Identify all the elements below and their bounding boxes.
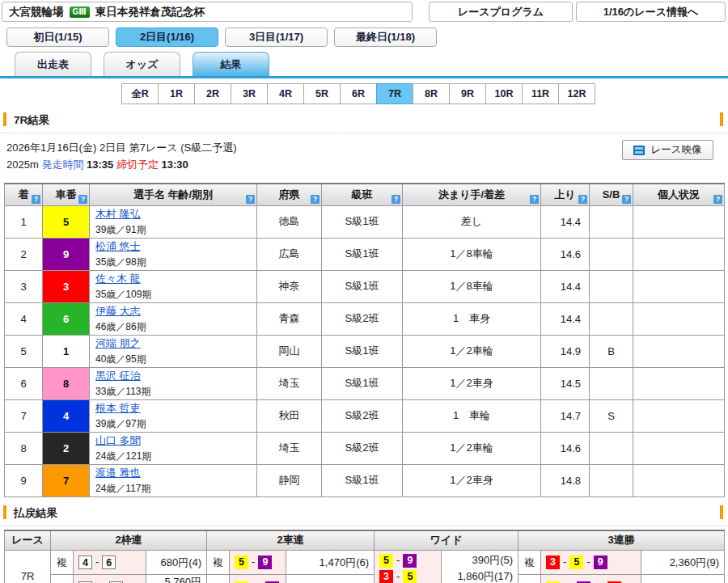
rank-cell: 3	[5, 270, 43, 302]
race-program-button[interactable]: レースプログラム	[429, 2, 573, 22]
col-car-label: 車番	[56, 188, 77, 201]
rank-cell: 1	[5, 205, 43, 238]
result-section-header: 7R結果	[0, 110, 728, 133]
wakuren-fuku-combo: 4-6	[74, 551, 146, 575]
combo-separator: -	[396, 570, 400, 582]
rider-age-period: 40歳／95期	[95, 353, 256, 366]
race-tab-4r[interactable]: 4R	[267, 83, 304, 104]
rank-cell: 9	[5, 464, 43, 496]
car-number-chip: 9	[403, 554, 417, 568]
margin-cell: 1／2車身	[403, 464, 541, 496]
margin-cell: 1 車輪	[403, 399, 541, 432]
close-time-value: 13:30	[162, 158, 188, 171]
col-sb: S/B?	[590, 184, 633, 205]
help-icon[interactable]: ?	[530, 195, 539, 204]
rider-name-link[interactable]: 伊藤 大志	[95, 305, 141, 317]
race-info-button[interactable]: 1/16のレース情報へ	[576, 2, 726, 22]
car-number-cell: 3	[43, 270, 90, 302]
help-icon[interactable]: ?	[311, 195, 320, 204]
pref-cell: 神奈	[257, 270, 322, 302]
day-tab-1[interactable]: 初日(1/15)	[6, 27, 109, 47]
rider-name-link[interactable]: 佐々木 龍	[95, 272, 141, 285]
venue-name: 大宮競輪場	[9, 5, 64, 19]
col-class-label: 級班	[352, 188, 373, 201]
race-tab-8r[interactable]: 8R	[413, 83, 450, 104]
rider-name-link[interactable]: 根本 哲吏	[95, 402, 141, 414]
day-tab-4[interactable]: 最終日(1/18)	[334, 27, 437, 47]
rider-name-link[interactable]: 渡邉 雅也	[95, 467, 141, 479]
tab-underline	[0, 76, 728, 78]
tab-odds[interactable]: オッズ	[104, 52, 180, 76]
col-time-label: 上り	[554, 188, 575, 201]
col-rank-label: 着	[19, 188, 29, 201]
help-icon[interactable]: ?	[246, 195, 255, 204]
help-icon[interactable]: ?	[32, 195, 40, 204]
pref-cell: 埼玉	[257, 432, 322, 464]
tab-startlist[interactable]: 出走表	[15, 52, 91, 76]
race-tab-3r[interactable]: 3R	[231, 83, 268, 104]
pref-cell: 徳島	[257, 205, 322, 238]
race-tab-6r[interactable]: 6R	[340, 83, 377, 104]
race-tab-10r[interactable]: 10R	[485, 83, 523, 104]
time-cell: 14.4	[541, 270, 590, 302]
help-icon[interactable]: ?	[622, 195, 631, 204]
sb-cell	[590, 270, 633, 302]
help-icon[interactable]: ?	[78, 195, 87, 204]
help-icon[interactable]: ?	[392, 195, 400, 204]
race-tab-11r[interactable]: 11R	[522, 83, 559, 104]
orange-bar-right	[720, 505, 723, 519]
sb-cell	[590, 302, 633, 335]
race-tab-2r[interactable]: 2R	[194, 83, 231, 104]
rider-name-link[interactable]: 黒沢 征治	[95, 370, 141, 382]
class-cell: S級1班	[322, 205, 403, 238]
race-tab-7r[interactable]: 7R	[376, 83, 413, 104]
car-number-chip: 9	[258, 556, 272, 569]
race-tab-5r[interactable]: 5R	[303, 83, 341, 104]
orange-bar-left	[3, 112, 6, 126]
payout-header-row: レース 2枠連 2車連 ワイド 3連勝	[5, 530, 725, 551]
margin-cell: 1 車身	[403, 302, 541, 335]
rider-name-link[interactable]: 木村 隆弘	[95, 208, 141, 220]
race-tab-1r[interactable]: 1R	[158, 83, 195, 104]
sharen-tan-combo: 5→9	[230, 575, 286, 583]
rider-name-link[interactable]: 河端 朋之	[95, 337, 141, 349]
rider-cell: 渡邉 雅也24歳／117期	[90, 464, 257, 496]
bettype-tan: 単	[207, 575, 230, 583]
sb-cell	[590, 367, 633, 399]
sb-cell	[590, 432, 633, 464]
bettype-fuku: 複	[518, 551, 541, 575]
rider-name-link[interactable]: 松浦 悠士	[95, 240, 141, 252]
race-tab-all[interactable]: 全R	[121, 83, 159, 104]
rider-age-period: 35歳／98期	[95, 256, 256, 269]
day-tab-3[interactable]: 3日目(1/17)	[225, 27, 328, 47]
frame-number-chip: 6	[102, 556, 116, 569]
rider-name-link[interactable]: 山口 多聞	[95, 434, 141, 446]
col-pref: 府県?	[257, 184, 322, 205]
combo-separator: -	[396, 554, 400, 566]
help-icon[interactable]: ?	[713, 195, 722, 204]
status-cell	[633, 335, 725, 367]
rider-age-period: 46歳／86期	[95, 320, 256, 334]
day-tab-2[interactable]: 2日目(1/16)	[116, 27, 218, 47]
combo-separator: -	[252, 556, 255, 568]
keirin-results-page: 大宮競輪場 GⅢ 東日本発祥倉茂記念杯 レースプログラム 1/16のレース情報へ…	[0, 2, 728, 583]
venue-title-box: 大宮競輪場 GⅢ 東日本発祥倉茂記念杯	[2, 2, 413, 22]
race-tab-12r[interactable]: 12R	[558, 83, 595, 104]
race-tab-9r[interactable]: 9R	[449, 83, 486, 104]
time-cell: 14.4	[541, 205, 590, 238]
col-race: レース	[5, 530, 51, 551]
result-row: 3 3 佐々木 龍35歳／109期 神奈 S級1班 1／8車輪 14.4	[5, 270, 725, 302]
col-2sharen: 2車連	[207, 530, 375, 551]
bettype-fuku: 複	[51, 551, 74, 575]
race-video-button[interactable]: レース映像	[622, 140, 713, 160]
rider-age-period: 24歳／121期	[95, 450, 256, 463]
class-cell: S級1班	[322, 464, 403, 496]
help-icon[interactable]: ?	[578, 195, 587, 204]
sharen-tan-amount: 19,390円(29)	[286, 575, 375, 583]
race-time-line: 2025m 発走時間 13:35 締切予定 13:30	[6, 156, 728, 173]
rider-cell: 根本 哲吏39歳／97期	[90, 399, 257, 432]
tab-results[interactable]: 結果	[193, 52, 269, 76]
col-rider-label: 選手名 年齢/期別	[133, 188, 213, 201]
bettype-tan: 単	[51, 575, 74, 583]
margin-cell: 1／2車身	[403, 367, 541, 399]
